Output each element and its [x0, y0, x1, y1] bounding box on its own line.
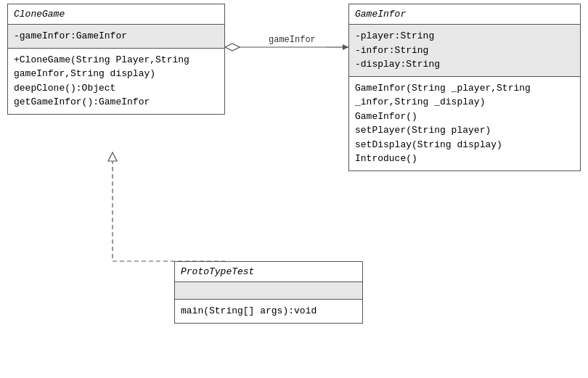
game-infor-class: GameInfor -player:String -infor:String -…	[348, 4, 581, 171]
clone-game-attributes: -gameInfor:GameInfor	[8, 25, 224, 49]
game-infor-method-0: GameInfor(String _player,String	[355, 81, 574, 96]
proto-type-test-class: ProtoTypeTest main(String[] args):void	[174, 261, 363, 324]
svg-marker-3	[225, 44, 240, 51]
diagram-container: CloneGame -gameInfor:GameInfor +CloneGam…	[0, 0, 588, 378]
game-infor-title: GameInfor	[349, 4, 580, 25]
clone-game-method-2: deepClone():Object	[14, 81, 219, 96]
clone-game-methods: +CloneGame(String Player,String gameInfo…	[8, 49, 224, 114]
game-infor-attributes: -player:String -infor:String -display:St…	[349, 25, 580, 77]
game-infor-method-5: Introduce()	[355, 152, 574, 166]
game-infor-method-3: setPlayer(String player)	[355, 123, 574, 138]
svg-marker-2	[343, 44, 348, 50]
game-infor-method-1: _infor,String _display)	[355, 95, 574, 110]
clone-game-title: CloneGame	[8, 4, 224, 25]
proto-type-test-empty	[175, 282, 362, 300]
clone-game-method-3: getGameInfor():GameInfor	[14, 95, 219, 110]
clone-game-method-0: +CloneGame(String Player,String	[14, 53, 219, 67]
clone-game-class: CloneGame -gameInfor:GameInfor +CloneGam…	[7, 4, 225, 115]
svg-marker-6	[108, 152, 117, 161]
game-infor-method-4: setDisplay(String display)	[355, 138, 574, 152]
clone-game-method-1: gameInfor,String display)	[14, 67, 219, 81]
game-infor-attr-2: -display:String	[355, 57, 574, 72]
game-infor-methods: GameInfor(String _player,String _infor,S…	[349, 77, 580, 170]
arrow-label: gameInfor	[269, 35, 316, 45]
game-infor-attr-1: -infor:String	[355, 44, 574, 58]
game-infor-method-2: GameInfor()	[355, 110, 574, 124]
game-infor-attr-0: -player:String	[355, 29, 574, 44]
proto-type-test-methods: main(String[] args):void	[175, 300, 362, 323]
clone-game-attr-0: -gameInfor:GameInfor	[14, 29, 219, 44]
proto-type-test-method-0: main(String[] args):void	[181, 304, 356, 319]
proto-type-test-title: ProtoTypeTest	[175, 262, 362, 282]
